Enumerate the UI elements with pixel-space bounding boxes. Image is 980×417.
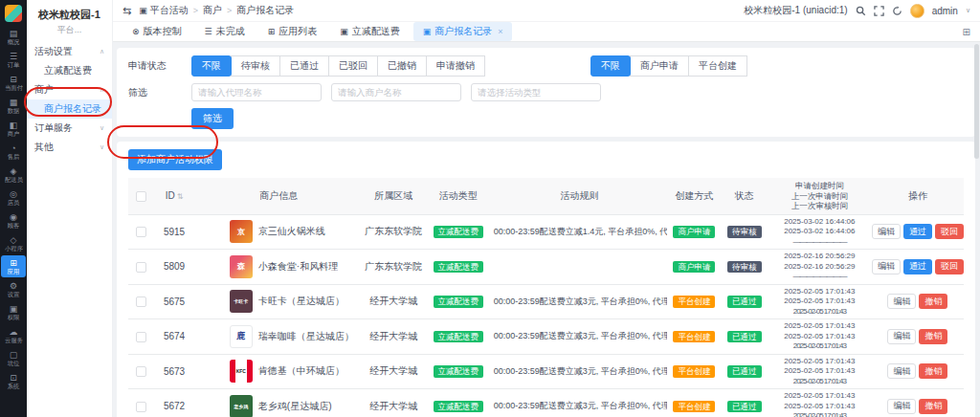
col-type: 活动类型 xyxy=(425,178,492,214)
rail-item[interactable]: ◇ 小程序 xyxy=(1,232,26,254)
sidebar-item[interactable]: 订单服务 ∨ xyxy=(27,119,112,138)
row-checkbox[interactable] xyxy=(136,366,146,377)
tab[interactable]: ☰ 未完成 xyxy=(195,22,255,41)
app-logo[interactable] xyxy=(5,5,22,22)
rail-item-label: 数据 xyxy=(8,107,20,114)
filter-card: 申请状态 不限待审核已通过已驳回已撤销申请撤销 不限商户申请平台创建 筛选 xyxy=(117,48,975,137)
edit-button[interactable]: 编辑 xyxy=(887,294,916,309)
sidebar-item[interactable]: 商户报名记录 xyxy=(27,99,112,119)
status-badge: 待审核 xyxy=(727,226,762,238)
select-all-checkbox[interactable] xyxy=(136,191,146,202)
source-filter-option[interactable]: 商户申请 xyxy=(630,55,689,77)
table-row: 5675 卡旺卡 卡旺卡（星达城店） 经开大学城 立减配送费 00:00-23: xyxy=(128,284,964,319)
status-filter-option[interactable]: 待审核 xyxy=(231,55,280,77)
time-applied: 2025-02-05 17:01:43 xyxy=(769,366,870,377)
tab[interactable]: ▣ 立减配送费 xyxy=(330,22,410,41)
tab[interactable]: ▣ 商户报名记录 × xyxy=(413,22,513,41)
row-checkbox[interactable] xyxy=(136,227,146,237)
rail-item[interactable]: ⚙ 设置 xyxy=(1,278,26,300)
row-checkbox[interactable] xyxy=(136,402,146,412)
reject-revoke-button[interactable]: 驳回 xyxy=(935,259,964,274)
tab-options-icon[interactable]: ⊞ xyxy=(963,27,970,37)
row-rule: 00:00-23:59配送费立减3元, 平台承担0%, 代理承担0% xyxy=(492,354,667,389)
records-table: ID⇅ 商户信息 所属区域 活动类型 活动规则 创建方式 状态 申请创建时间 上… xyxy=(128,178,964,417)
rail-item[interactable]: ⊞ 应用 xyxy=(1,255,26,277)
col-status: 状态 xyxy=(722,178,768,214)
rail-item[interactable]: ▢ 坑位 xyxy=(1,347,26,369)
merchant-logo: KFC xyxy=(230,360,253,383)
edit-button[interactable]: 编辑 xyxy=(887,329,916,344)
edit-button[interactable]: 编辑 xyxy=(872,259,901,274)
row-actions: 编辑 通过 驳回 xyxy=(874,224,962,239)
filter-input[interactable] xyxy=(191,83,322,101)
tab-close-icon[interactable]: × xyxy=(498,27,502,36)
rail-item[interactable]: ◉ 顾客 xyxy=(1,209,26,231)
rail-item[interactable]: ◎ 店员 xyxy=(1,187,26,208)
status-filter-option[interactable]: 已通过 xyxy=(279,55,329,77)
rail-item[interactable]: ◧ 商户 xyxy=(1,118,26,140)
reject-revoke-button[interactable]: 撤销 xyxy=(919,363,947,379)
merchant-info: 京 京三仙火锅米线 xyxy=(197,220,361,243)
sidebar-item[interactable]: 商户 ∧ xyxy=(27,80,112,99)
status-filter-option[interactable]: 已撤销 xyxy=(377,55,427,77)
approve-button[interactable]: 通过 xyxy=(903,259,932,274)
rail-item[interactable]: ▦ 数据 xyxy=(1,95,26,117)
status-badge: 已通过 xyxy=(727,296,762,308)
reject-revoke-button[interactable]: 撤销 xyxy=(919,329,947,344)
rail-item-label: 云服务 xyxy=(5,337,23,343)
row-checkbox[interactable] xyxy=(136,296,146,307)
merchant-info: 森 小森食堂·和风料理 xyxy=(197,255,361,278)
status-filter-option[interactable]: 申请撤销 xyxy=(426,55,485,77)
sidebar-item[interactable]: 其他 ∨ xyxy=(27,138,112,157)
breadcrumb-item[interactable]: 商户 xyxy=(189,4,222,17)
search-icon[interactable] xyxy=(856,6,866,16)
approve-button[interactable]: 通过 xyxy=(903,224,932,239)
user-menu-caret-icon[interactable]: ∨ xyxy=(966,7,970,14)
filter-submit-button[interactable]: 筛选 xyxy=(191,108,234,129)
row-region: 经开大学城 xyxy=(362,354,424,389)
add-merchant-activity-button[interactable]: 添加商户活动权限 xyxy=(128,149,222,170)
breadcrumb-item[interactable]: 平台活动 xyxy=(150,4,189,17)
filter-input[interactable] xyxy=(471,83,601,101)
sidebar-collapse-icon[interactable]: ⇆ xyxy=(122,5,131,17)
rail-item[interactable]: ◈ 配送员 xyxy=(1,164,26,186)
status-filter-option[interactable]: 不限 xyxy=(191,55,232,77)
edit-button[interactable]: 编辑 xyxy=(887,363,916,379)
status-filter-option[interactable]: 已驳回 xyxy=(328,55,378,77)
sidebar-item[interactable]: 活动设置 ∧ xyxy=(27,42,112,61)
scrollbar-thumb[interactable] xyxy=(974,44,979,159)
reject-revoke-button[interactable]: 撤销 xyxy=(919,294,947,309)
username[interactable]: admin xyxy=(932,6,958,16)
rail-item-label: 设置 xyxy=(8,291,20,297)
filter-input[interactable] xyxy=(331,83,461,101)
rail-item[interactable]: ⊡ 系统 xyxy=(1,370,26,392)
rail-item[interactable]: ◔ 售后 xyxy=(1,141,26,163)
rail-item[interactable]: ☁ 云服务 xyxy=(1,324,26,346)
rail-item[interactable]: ▤ 概况 xyxy=(1,26,26,48)
source-filter-option[interactable]: 不限 xyxy=(590,55,631,77)
sidebar-item[interactable]: 立减配送费 xyxy=(27,61,112,80)
fullscreen-icon[interactable] xyxy=(874,6,884,16)
source-filter-option[interactable]: 平台创建 xyxy=(688,55,747,77)
reject-revoke-button[interactable]: 驳回 xyxy=(935,224,964,239)
sidebar-item-label: 订单服务 xyxy=(34,121,73,135)
sort-icon[interactable]: ⇅ xyxy=(177,192,184,201)
tab[interactable]: ⊗ 版本控制 xyxy=(122,22,191,41)
time-applied: 2025-02-05 17:01:43 xyxy=(769,296,870,307)
row-checkbox[interactable] xyxy=(136,332,146,342)
rail-item[interactable]: ☰ 订单 xyxy=(1,49,26,71)
edit-button[interactable]: 编辑 xyxy=(887,399,916,414)
breadcrumb-item[interactable]: 商户报名记录 xyxy=(222,4,294,17)
tab[interactable]: ⊞ 应用列表 xyxy=(258,22,327,41)
edit-button[interactable]: 编辑 xyxy=(872,224,901,239)
refresh-icon[interactable] xyxy=(892,6,902,16)
avatar[interactable] xyxy=(910,4,924,18)
rail-item[interactable]: ⊟ 当面付 xyxy=(1,72,26,94)
rail-item-icon: ▤ xyxy=(10,29,18,38)
reject-revoke-button[interactable]: 撤销 xyxy=(919,399,947,414)
row-actions: 编辑 撤销 xyxy=(874,399,962,414)
activity-type-badge: 立减配送费 xyxy=(434,261,484,274)
rail-item[interactable]: ▣ 权限 xyxy=(1,301,26,323)
table-row: 5672 老乡鸡 老乡鸡(星达城店) 经开大学城 立减配送费 00:00-23: xyxy=(128,389,964,417)
row-checkbox[interactable] xyxy=(136,262,146,273)
